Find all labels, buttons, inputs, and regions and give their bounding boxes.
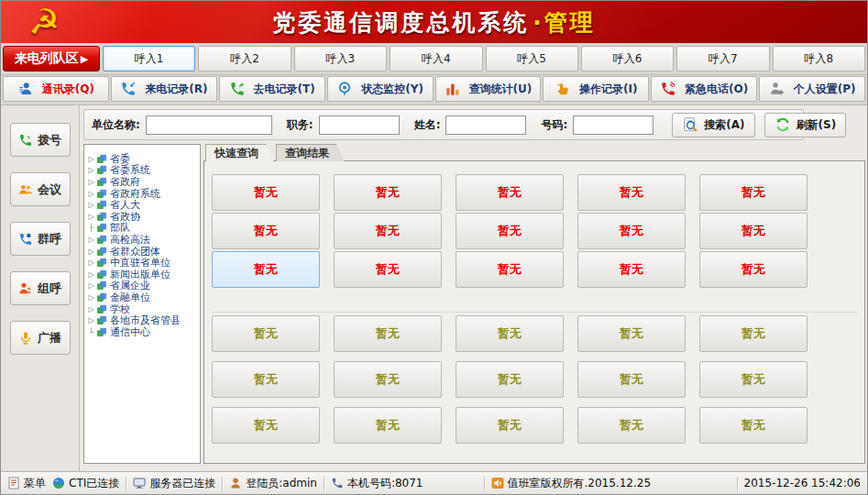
incoming-queue-tab[interactable]: 呼入6	[581, 46, 674, 72]
org-node-icon	[96, 165, 107, 175]
result-slot-button[interactable]: 暂无	[334, 213, 442, 249]
name-input[interactable]	[445, 116, 526, 135]
result-slot-button[interactable]: 暂无	[334, 315, 442, 352]
result-slot-button[interactable]: 暂无	[699, 174, 808, 211]
result-slot-button[interactable]: 暂无	[456, 251, 564, 288]
expand-arrow-icon[interactable]: ├	[86, 224, 96, 232]
expand-arrow-icon[interactable]: ▷	[86, 281, 96, 290]
refresh-button[interactable]: 刷新(S)	[764, 113, 847, 138]
result-slot-button[interactable]: 暂无	[212, 407, 320, 444]
expand-arrow-icon[interactable]: ▷	[86, 178, 96, 186]
incoming-queue-tab[interactable]: 呼入3	[294, 46, 387, 72]
expand-arrow-icon[interactable]: ▷	[86, 258, 96, 267]
result-slot-button[interactable]: 暂无	[456, 174, 564, 211]
result-slot-button[interactable]: 暂无	[334, 174, 442, 211]
expand-arrow-icon[interactable]: ▷	[86, 293, 96, 302]
tree-item[interactable]: ▷ 省政协	[86, 211, 198, 223]
result-slot-button[interactable]: 暂无	[212, 174, 320, 211]
result-slot-button[interactable]: 暂无	[699, 315, 808, 352]
page-title: 党委通信调度总机系统·管理	[1, 7, 867, 38]
toolbar-operation-log-button[interactable]: 操作记录(I)	[543, 76, 649, 102]
result-slot-button[interactable]: 暂无	[577, 315, 686, 352]
incoming-queue-tab[interactable]: 呼入1	[103, 46, 195, 72]
expand-arrow-icon[interactable]: ▷	[86, 166, 96, 174]
sidebar-broadcast-button[interactable]: 广播	[10, 321, 71, 355]
toolbar-contacts-button[interactable]: 通讯录(Q)	[3, 76, 109, 102]
result-slot-button[interactable]: 暂无	[577, 251, 686, 288]
tab-query-result[interactable]: 查询结果	[276, 144, 345, 161]
expand-arrow-icon[interactable]: ▷	[86, 305, 96, 314]
result-slot-button[interactable]: 暂无	[334, 251, 442, 288]
expand-arrow-icon[interactable]: └	[86, 328, 96, 336]
tab-quick-query[interactable]: 快速查询	[205, 144, 274, 161]
incoming-queue-tab[interactable]: 呼入5	[486, 46, 578, 72]
expand-arrow-icon[interactable]: ▷	[86, 270, 96, 279]
sidebar-conference-button[interactable]: 会议	[10, 172, 71, 206]
result-slot-button[interactable]: 暂无	[699, 361, 808, 398]
status-monitor-icon	[336, 81, 353, 97]
org-node-icon	[96, 304, 107, 314]
expand-arrow-icon[interactable]: ▷	[86, 236, 96, 244]
statusbar-separator	[324, 477, 324, 490]
result-slot-button[interactable]: 暂无	[577, 213, 686, 249]
tree-item[interactable]: ▷ 金融单位	[86, 292, 198, 303]
sidebar-group-call-button[interactable]: 组呼	[10, 271, 71, 305]
incoming-queue-tab[interactable]: 呼入7	[676, 46, 769, 72]
sidebar-mass-call-button[interactable]: 群呼	[10, 222, 71, 256]
org-node-icon	[96, 270, 107, 280]
menu-label: 菜单	[24, 476, 46, 491]
result-slot-button[interactable]: 暂无	[456, 213, 564, 249]
result-slot-button[interactable]: 暂无	[577, 174, 686, 211]
result-slot-button[interactable]: 暂无	[699, 213, 808, 249]
expand-arrow-icon[interactable]: ▷	[86, 155, 96, 163]
duty-label: 职务:	[287, 117, 313, 133]
result-slot-button[interactable]: 暂无	[699, 407, 808, 444]
tree-item[interactable]: └ 通信中心	[86, 326, 198, 338]
expand-arrow-icon[interactable]: ▷	[86, 316, 96, 324]
expand-arrow-icon[interactable]: ▷	[86, 190, 96, 198]
tree-item[interactable]: ▷ 省委系统	[86, 165, 198, 177]
duty-input[interactable]	[319, 116, 400, 135]
toolbar-emergency-call-button[interactable]: 紧急电话(O)	[651, 76, 757, 102]
cti-status-icon	[52, 477, 65, 490]
statusbar-menu[interactable]: 菜单	[7, 476, 46, 491]
incoming-queue-tab[interactable]: 呼入2	[198, 46, 291, 72]
incoming-queue-tab[interactable]: 呼入4	[390, 46, 482, 72]
result-slot-button[interactable]: 暂无	[699, 251, 808, 288]
number-input[interactable]	[573, 116, 654, 135]
result-slot-button[interactable]: 暂无	[212, 213, 320, 249]
result-slot-button[interactable]: 暂无	[334, 361, 442, 398]
incoming-queue-tab[interactable]: 呼入8	[773, 46, 865, 72]
grid-divider	[212, 312, 857, 313]
expand-arrow-icon[interactable]: ▷	[86, 248, 96, 256]
result-slot-button[interactable]: 暂无	[212, 251, 320, 288]
toolbar-button-label: 查询统计(U)	[469, 82, 533, 97]
toolbar-status-monitor-button[interactable]: 状态监控(Y)	[327, 76, 434, 102]
toolbar-outgoing-log-button[interactable]: 去电记录(T)	[219, 76, 325, 102]
incoming-queue-label-button[interactable]: 来电列队区 ▶	[3, 46, 100, 72]
expand-arrow-icon[interactable]: ▷	[86, 201, 96, 209]
org-node-icon	[96, 247, 107, 257]
mass-call-icon	[18, 232, 33, 247]
result-slot-button[interactable]: 暂无	[456, 407, 564, 444]
org-node-icon	[96, 212, 107, 222]
result-slot-button[interactable]: 暂无	[456, 361, 564, 398]
unit-name-input[interactable]	[146, 116, 272, 135]
result-slot-button[interactable]: 暂无	[577, 407, 686, 444]
sidebar-dial-button[interactable]: 拨号	[10, 123, 71, 157]
search-button-label: 搜索(A)	[704, 117, 744, 133]
result-slot-button[interactable]: 暂无	[212, 361, 320, 398]
toolbar-statistics-button[interactable]: 查询统计(U)	[435, 76, 542, 102]
search-button[interactable]: 搜索(A)	[672, 113, 754, 138]
result-slot-button[interactable]: 暂无	[456, 315, 564, 352]
toolbar-incoming-log-button[interactable]: 来电记录(R)	[111, 76, 217, 102]
result-slot-button[interactable]: 暂无	[212, 315, 320, 352]
expand-arrow-icon[interactable]: ▷	[86, 213, 96, 221]
result-slot-button[interactable]: 暂无	[334, 407, 442, 444]
tree-item[interactable]: ▷ 省人大	[86, 199, 198, 211]
tree-item[interactable]: ▷ 省政府系统	[86, 188, 198, 200]
toolbar-personal-settings-button[interactable]: 个人设置(P)	[759, 76, 865, 102]
result-slot-button[interactable]: 暂无	[577, 361, 686, 398]
call-sidebar: 拨号 会议 群呼 组呼 广播	[1, 105, 80, 471]
emergency-call-icon	[660, 81, 676, 97]
